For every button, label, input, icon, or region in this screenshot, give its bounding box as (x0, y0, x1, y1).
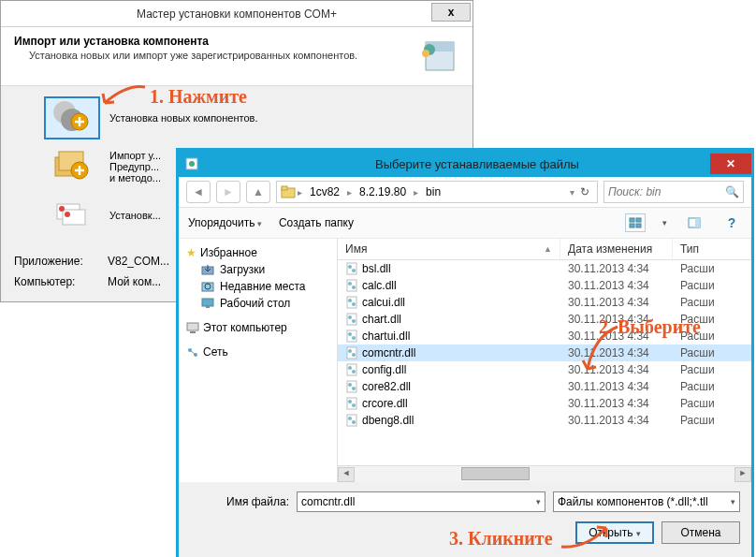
dll-icon (345, 346, 358, 359)
file-type: Расши (673, 379, 751, 394)
file-name: comcntr.dll (362, 346, 415, 359)
sidebar-network[interactable]: Сеть (182, 344, 333, 360)
dll-icon (345, 397, 358, 410)
refresh-icon[interactable]: ↻ (576, 185, 593, 198)
column-type[interactable]: Тип (673, 239, 751, 259)
file-row[interactable]: calc.dll30.11.2013 4:34Расши (338, 277, 751, 294)
file-date: 30.11.2013 4:34 (560, 345, 673, 360)
search-icon: 🔍 (725, 185, 739, 198)
svg-point-61 (348, 417, 352, 420)
svg-rect-20 (630, 224, 634, 227)
search-box[interactable]: 🔍 (603, 181, 744, 203)
crumb-0[interactable]: 1cv82 (304, 185, 345, 198)
file-row[interactable]: crcore.dll30.11.2013 4:34Расши (338, 395, 751, 412)
file-row[interactable]: bsl.dll30.11.2013 4:34Расши (338, 260, 751, 277)
breadcrumb-dropdown[interactable]: ▾ (570, 187, 574, 198)
desktop-icon (201, 298, 214, 309)
file-name: config.dll (362, 363, 406, 376)
svg-rect-45 (347, 330, 356, 342)
scroll-thumb[interactable] (461, 467, 530, 480)
star-icon: ★ (186, 246, 196, 259)
svg-rect-51 (347, 364, 356, 375)
dll-icon (345, 279, 358, 292)
file-type: Расши (673, 278, 751, 293)
help-button[interactable]: ? (721, 213, 742, 232)
file-date: 30.11.2013 4:34 (560, 396, 673, 411)
file-row[interactable]: core82.dll30.11.2013 4:34Расши (338, 378, 751, 395)
svg-point-15 (189, 161, 195, 167)
svg-rect-29 (187, 323, 198, 330)
filter-dropdown[interactable]: Файлы компонентов (*.dll;*.tll ▾ (553, 491, 740, 512)
install-new-icon[interactable] (44, 96, 100, 139)
file-type: Расши (673, 362, 751, 377)
file-type: Расши (673, 329, 751, 344)
horizontal-scrollbar[interactable]: ◄ ► (338, 465, 751, 482)
file-row[interactable]: dbeng8.dll30.11.2013 4:34Расши (338, 412, 751, 429)
svg-rect-21 (636, 224, 641, 227)
filename-dropdown[interactable]: ▾ (536, 497, 541, 506)
filename-label: Имя файла: (190, 495, 289, 508)
svg-point-46 (348, 332, 352, 336)
svg-point-58 (348, 400, 352, 403)
sidebar-desktop[interactable]: Рабочий стол (182, 295, 333, 312)
new-folder-button[interactable]: Создать папку (279, 216, 354, 229)
organize-menu[interactable]: Упорядочить (188, 216, 262, 229)
svg-rect-39 (347, 297, 356, 308)
back-button[interactable]: ◄ (186, 181, 211, 203)
svg-rect-48 (347, 347, 356, 359)
sidebar-downloads[interactable]: Загрузки (182, 261, 333, 278)
wizard-titlebar: Мастер установки компонентов COM+ x (1, 1, 472, 27)
file-date: 30.11.2013 4:34 (560, 312, 673, 327)
filename-input[interactable]: comcntr.dll ▾ (297, 491, 545, 512)
up-button[interactable]: ▲ (246, 181, 270, 203)
file-row[interactable]: comcntr.dll30.11.2013 4:34Расши (338, 344, 751, 361)
import-icon[interactable] (44, 145, 100, 188)
svg-point-52 (348, 366, 352, 370)
open-button[interactable]: Открыть ▾ (575, 521, 654, 544)
sidebar-recent[interactable]: Недавние места (182, 278, 333, 295)
file-row[interactable]: calcui.dll30.11.2013 4:34Расши (338, 294, 751, 311)
svg-point-49 (348, 349, 352, 353)
dll-icon (345, 330, 358, 343)
file-name: core82.dll (362, 380, 411, 393)
file-row[interactable]: chartui.dll30.11.2013 4:34Расши (338, 328, 751, 344)
close-button[interactable]: x (431, 3, 471, 22)
file-type: Расши (673, 396, 751, 411)
svg-rect-17 (282, 186, 287, 190)
wizard-title: Мастер установки компонентов COM+ (137, 7, 337, 21)
wizard-header: Импорт или установка компонента Установк… (1, 27, 472, 86)
file-row[interactable]: config.dll30.11.2013 4:34Расши (338, 361, 751, 378)
forward-button[interactable]: ► (216, 181, 240, 203)
app-label: Приложение: (14, 255, 108, 268)
app-icon (184, 156, 203, 171)
search-input[interactable] (608, 185, 725, 198)
network-icon (186, 346, 199, 358)
cancel-button[interactable]: Отмена (662, 521, 740, 544)
svg-point-59 (352, 403, 356, 407)
svg-rect-27 (202, 299, 213, 306)
crumb-2[interactable]: bin (420, 185, 446, 198)
breadcrumb[interactable]: ▸ 1cv82 ▸ 8.2.19.80 ▸ bin ▾ ↻ (276, 181, 598, 203)
option-install-reg-label: Установк... (109, 210, 161, 221)
view-dropdown[interactable]: ▾ (662, 218, 667, 227)
svg-point-35 (352, 269, 356, 272)
file-date: 30.11.2013 4:34 (560, 278, 673, 293)
sidebar-favorites[interactable]: ★ Избранное (182, 244, 333, 261)
filedlg-close-button[interactable]: ✕ (710, 154, 751, 174)
column-date[interactable]: Дата изменения (560, 239, 673, 259)
install-reg-icon[interactable] (44, 194, 100, 237)
view-mode-button[interactable] (625, 213, 646, 232)
crumb-1[interactable]: 8.2.19.80 (354, 185, 412, 198)
scroll-right[interactable]: ► (734, 467, 751, 482)
preview-pane-button[interactable] (684, 213, 705, 232)
sidebar-thispc[interactable]: Этот компьютер (182, 319, 333, 336)
column-name[interactable]: Имя▲ (338, 239, 560, 259)
file-row[interactable]: chart.dll30.11.2013 4:34Расши (338, 311, 751, 328)
svg-point-37 (348, 282, 352, 286)
svg-rect-42 (347, 314, 356, 325)
scroll-left[interactable]: ◄ (338, 467, 355, 482)
dll-icon (345, 363, 358, 376)
option-install-new[interactable]: Установка новых компонентов. (44, 95, 459, 140)
file-name: chart.dll (362, 313, 401, 326)
svg-point-50 (352, 353, 356, 357)
